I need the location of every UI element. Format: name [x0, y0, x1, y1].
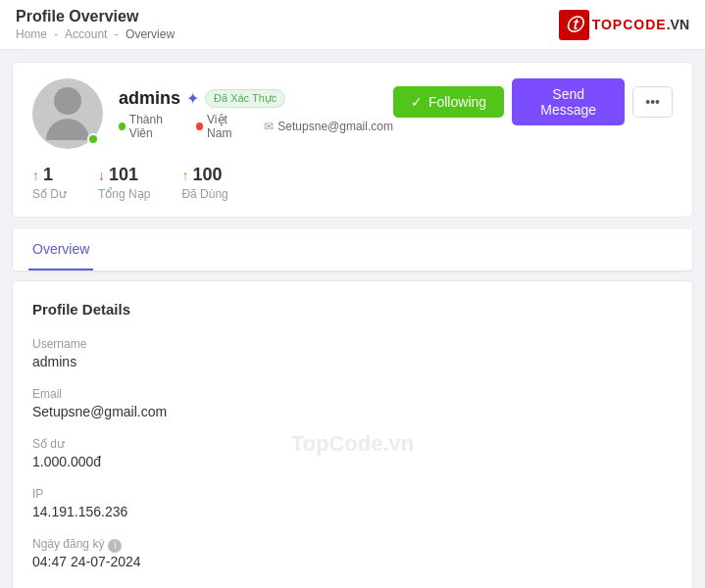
profile-name-row: admins ✦ Đã Xác Thực	[119, 88, 393, 109]
more-icon: •••	[645, 94, 660, 110]
ngay-dang-ky-label: Ngày đăng ký	[32, 537, 104, 551]
so-du-label: Số Dư	[32, 187, 67, 201]
meta-role: Thành Viên	[119, 113, 180, 140]
profile-actions: ✓ Following Send Message •••	[393, 78, 673, 125]
logo-topcode: TOPCODE	[592, 17, 667, 32]
tong-nap-number: 101	[109, 165, 138, 185]
profile-top: admins ✦ Đã Xác Thực Thành Viên Việt Nam	[32, 78, 673, 149]
breadcrumb-current: Overview	[126, 27, 175, 41]
logo-area: ⓣ TOPCODE .VN	[559, 10, 689, 40]
avatar	[32, 78, 103, 149]
more-button[interactable]: •••	[632, 86, 673, 118]
tabs-bar: Overview	[13, 229, 692, 271]
profile-meta: Thành Viên Việt Nam ✉ Setupsne@gmail.com	[119, 113, 393, 140]
so-du-field-value: 1.000.000đ	[32, 454, 673, 469]
info-icon[interactable]: i	[108, 539, 122, 553]
email-field-label: Email	[32, 387, 673, 401]
logo-vn: .VN	[667, 17, 689, 32]
header-left: Profile Overview Home - Account - Overvi…	[16, 8, 175, 41]
stat-tong-nap-value: ↓ 101	[98, 165, 150, 185]
page-title: Profile Overview	[16, 8, 175, 25]
stats-row: ↑ 1 Số Dư ↓ 101 Tổng Nạp ↑ 100 Đã Dùng	[32, 165, 673, 201]
breadcrumb: Home - Account - Overview	[16, 27, 175, 41]
profile-card: admins ✦ Đã Xác Thực Thành Viên Việt Nam	[12, 62, 693, 218]
stat-da-dung-value: ↑ 100	[181, 165, 227, 185]
tab-overview-label: Overview	[32, 241, 89, 257]
breadcrumb-account[interactable]: Account	[65, 27, 107, 41]
top-header: Profile Overview Home - Account - Overvi…	[0, 0, 705, 50]
profile-left: admins ✦ Đã Xác Thực Thành Viên Việt Nam	[32, 78, 393, 149]
profile-name: admins	[119, 88, 180, 109]
tong-nap-arrow: ↓	[98, 168, 105, 183]
logo-icon: ⓣ	[566, 14, 582, 36]
check-icon: ✓	[411, 94, 423, 110]
detail-ngay-dang-ky: Ngày đăng ký i 04:47 24-07-2024	[32, 537, 673, 569]
verified-badge: Đã Xác Thực	[205, 89, 285, 108]
email-icon: ✉	[264, 120, 274, 133]
detail-ip: IP 14.191.156.236	[32, 487, 673, 519]
following-button[interactable]: ✓ Following	[393, 86, 504, 118]
da-dung-arrow: ↑	[181, 168, 188, 183]
detail-username: Username admins	[32, 337, 673, 369]
tabs-section: Overview	[12, 229, 693, 272]
username-label: Username	[32, 337, 673, 351]
section-title: Profile Details	[32, 301, 673, 318]
so-du-field-label: Số dư	[32, 437, 673, 451]
email-field-value: Setupsne@gmail.com	[32, 404, 673, 419]
breadcrumb-sep2: -	[115, 27, 119, 41]
username-value: admins	[32, 354, 673, 369]
role-dot	[119, 122, 126, 130]
page-wrapper: Profile Overview Home - Account - Overvi…	[0, 0, 705, 588]
country-dot	[196, 122, 203, 130]
breadcrumb-sep1: -	[54, 27, 58, 41]
send-message-button[interactable]: Send Message	[512, 78, 625, 125]
ip-value: 14.191.156.236	[32, 504, 673, 519]
stat-so-du: ↑ 1 Số Dư	[32, 165, 67, 201]
stat-da-dung: ↑ 100 Đã Dùng	[181, 165, 227, 201]
ip-label: IP	[32, 487, 673, 501]
tab-overview[interactable]: Overview	[28, 229, 93, 270]
following-label: Following	[428, 94, 486, 110]
email-label: Setupsne@gmail.com	[277, 120, 393, 133]
main-content: TopCode.vn Profile Details Username admi…	[12, 280, 693, 588]
so-du-arrow: ↑	[32, 168, 39, 183]
country-label: Việt Nam	[207, 113, 248, 140]
tong-nap-label: Tổng Nạp	[98, 187, 150, 201]
verified-icon: ✦	[186, 89, 199, 108]
avatar-head	[54, 87, 81, 115]
detail-email: Email Setupsne@gmail.com	[32, 387, 673, 419]
avatar-body	[46, 119, 89, 140]
profile-info: admins ✦ Đã Xác Thực Thành Viên Việt Nam	[119, 88, 393, 140]
ngay-dang-ky-value: 04:47 24-07-2024	[32, 554, 673, 569]
online-indicator	[87, 133, 99, 145]
stat-tong-nap: ↓ 101 Tổng Nạp	[98, 165, 150, 201]
detail-so-du: Số dư 1.000.000đ	[32, 437, 673, 469]
so-du-number: 1	[43, 165, 53, 185]
meta-country: Việt Nam	[196, 113, 248, 140]
meta-email: ✉ Setupsne@gmail.com	[264, 120, 393, 133]
stat-so-du-value: ↑ 1	[32, 165, 67, 185]
breadcrumb-home[interactable]: Home	[16, 27, 47, 41]
da-dung-number: 100	[192, 165, 222, 185]
role-label: Thành Viên	[129, 113, 180, 140]
da-dung-label: Đã Dùng	[181, 187, 227, 201]
ngay-dang-ky-label-row: Ngày đăng ký i	[32, 537, 673, 554]
